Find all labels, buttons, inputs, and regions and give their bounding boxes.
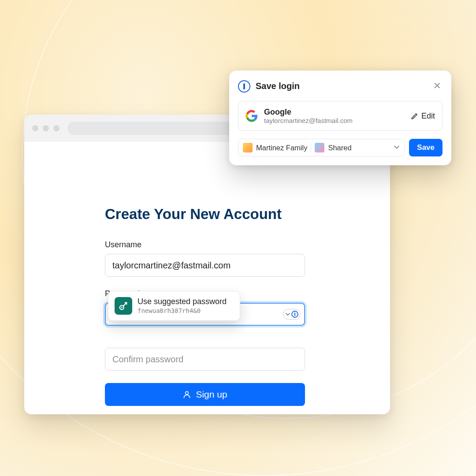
suggestion-value: fnewua8rh387rh4&0 — [138, 307, 227, 314]
popup-title: Save login — [256, 81, 427, 91]
confirm-placeholder: Confirm password — [112, 354, 183, 364]
close-icon[interactable] — [432, 79, 443, 93]
login-email: taylorcmartinez@fastmail.com — [264, 117, 405, 124]
svg-point-2 — [186, 391, 189, 394]
suggestion-title: Use suggested password — [138, 297, 227, 306]
chevron-down-icon — [285, 312, 290, 317]
edit-button[interactable]: Edit — [411, 112, 435, 121]
vault-name: Shared — [328, 144, 351, 152]
onepassword-inline-widget[interactable] — [283, 309, 301, 320]
chevron-down-icon — [394, 144, 400, 152]
window-dot — [32, 125, 38, 131]
window-dot — [53, 125, 60, 131]
window-dot — [43, 125, 49, 131]
username-value: taylorcmartinez@fastmail.com — [112, 260, 231, 271]
save-button[interactable]: Save — [409, 139, 443, 156]
vault-account: Martinez Family — [256, 144, 307, 152]
vault-picker[interactable]: Martinez Family Shared — [238, 139, 405, 156]
login-name: Google — [264, 108, 405, 117]
pencil-icon — [411, 112, 418, 120]
family-icon — [243, 143, 253, 152]
svg-point-4 — [121, 307, 123, 308]
google-icon — [245, 110, 258, 122]
confirm-password-field[interactable]: Confirm password — [105, 348, 305, 371]
shared-vault-icon — [315, 143, 324, 152]
edit-label: Edit — [421, 112, 435, 121]
signup-button[interactable]: Sign up — [105, 383, 305, 406]
page-content: Create Your New Account Username taylorc… — [24, 142, 390, 406]
username-field[interactable]: taylorcmartinez@fastmail.com — [105, 254, 305, 277]
suggestion-text: Use suggested password fnewua8rh387rh4&0 — [138, 297, 227, 314]
key-icon — [115, 297, 132, 315]
username-label: Username — [105, 240, 309, 249]
user-icon — [182, 390, 191, 399]
page-title: Create Your New Account — [105, 206, 309, 223]
save-login-popup: Save login Google taylorcmartinez@fastma… — [229, 71, 451, 165]
login-item-card[interactable]: Google taylorcmartinez@fastmail.com Edit — [238, 101, 443, 131]
separator — [311, 143, 311, 152]
onepassword-icon — [238, 80, 250, 93]
svg-rect-5 — [243, 83, 245, 89]
password-suggestion-dropdown[interactable]: Use suggested password fnewua8rh387rh4&0 — [108, 291, 240, 321]
signup-label: Sign up — [196, 389, 227, 400]
window-controls — [32, 125, 60, 131]
svg-rect-1 — [294, 312, 295, 316]
onepassword-icon — [291, 311, 298, 318]
